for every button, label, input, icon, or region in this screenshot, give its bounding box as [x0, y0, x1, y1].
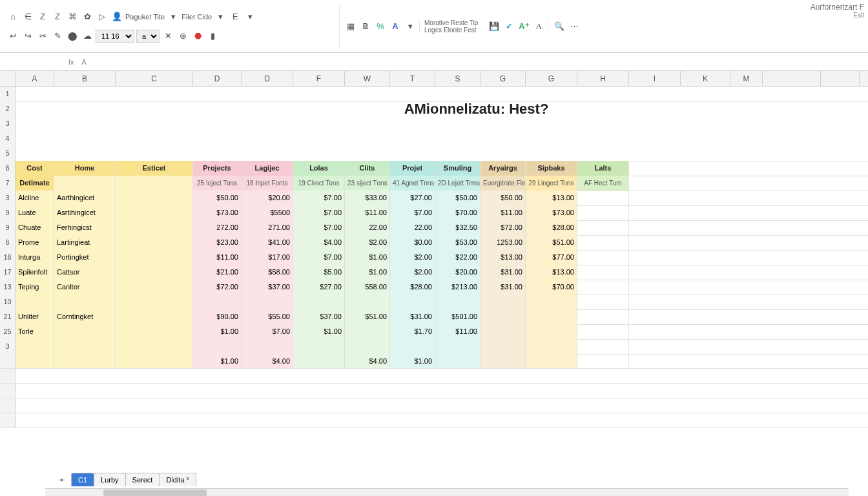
row-number[interactable]: 3 — [0, 191, 16, 206]
row-number[interactable]: 3 — [0, 339, 16, 355]
sub-w[interactable]: 19 Clrect Tons — [293, 176, 345, 191]
cell-h[interactable]: $70.00 — [526, 280, 577, 295]
cell-g[interactable]: $20.00 — [435, 265, 480, 280]
sub-f[interactable]: 18 Inpet Fonts — [242, 176, 293, 191]
a3-icon[interactable]: A — [532, 20, 545, 33]
cell-s[interactable]: $7.00 — [390, 205, 435, 221]
cell-gh[interactable]: $13.00 — [480, 250, 526, 265]
cell-s[interactable]: $1.00 — [390, 354, 435, 369]
row-number[interactable] — [0, 354, 16, 369]
hdr-lolas[interactable]: Lolas — [293, 161, 345, 176]
cell-s[interactable]: $31.00 — [390, 309, 435, 325]
cell-f[interactable]: $5500 — [242, 205, 293, 221]
cell-g[interactable] — [435, 294, 480, 310]
col-header[interactable]: G — [526, 71, 577, 87]
cell-b[interactable]: Lartingieat — [54, 235, 116, 251]
hdr-projects[interactable]: Projects — [193, 161, 242, 176]
cell-d[interactable]: $90.00 — [193, 309, 242, 325]
cell-gh[interactable] — [480, 324, 526, 340]
cell-h[interactable]: $73.00 — [526, 205, 577, 221]
cell-t[interactable] — [345, 324, 390, 340]
cell[interactable] — [16, 146, 868, 161]
cell-a[interactable]: Torle — [16, 324, 54, 340]
cell-b[interactable]: Cattsor — [54, 265, 116, 280]
cell[interactable] — [629, 280, 868, 295]
cell-d[interactable]: $72.00 — [193, 280, 242, 295]
cell[interactable] — [116, 265, 193, 280]
column-headers[interactable]: ABCDDFWTSGGHIKM — [0, 71, 868, 87]
cell-i[interactable] — [577, 220, 629, 236]
cell-b[interactable] — [54, 354, 116, 369]
cell-h[interactable]: $77.00 — [526, 250, 577, 265]
col-header[interactable] — [763, 71, 821, 87]
cell-d[interactable]: $11.00 — [193, 250, 242, 265]
cell-h[interactable] — [526, 309, 577, 325]
row-number[interactable]: 16 — [0, 250, 16, 265]
cell-s[interactable] — [390, 339, 435, 355]
cell-s[interactable]: $28.00 — [390, 280, 435, 295]
cell-gh[interactable]: 1253.00 — [480, 235, 526, 251]
cell[interactable] — [116, 250, 193, 265]
cell-t[interactable]: $33.00 — [345, 191, 390, 206]
cell-d[interactable]: $1.00 — [193, 324, 242, 340]
sub-h[interactable]: 29 Lingect Tons — [526, 176, 577, 191]
cell-w[interactable]: $1.00 — [293, 324, 345, 340]
cell-g[interactable]: $501.00 — [435, 309, 480, 325]
cell-a[interactable]: Luate — [16, 205, 54, 221]
link-icon[interactable]: ⌘ — [66, 10, 79, 23]
a2-icon[interactable]: A⁺ — [517, 20, 530, 33]
cell-f[interactable]: $7.00 — [242, 324, 293, 340]
cell-gh[interactable] — [480, 339, 526, 355]
cell[interactable] — [116, 220, 193, 236]
brush-icon[interactable]: ✎ — [51, 30, 64, 43]
cell-s[interactable]: $2.00 — [390, 265, 435, 280]
cell-h[interactable]: $13.00 — [526, 191, 577, 206]
cell-a[interactable]: Chuate — [16, 220, 54, 236]
cell-i[interactable] — [577, 191, 629, 206]
col-header[interactable] — [821, 71, 860, 87]
cell-d[interactable] — [193, 339, 242, 355]
row-number[interactable]: 5 — [0, 146, 16, 161]
cell-f[interactable]: $55.00 — [242, 309, 293, 325]
col-header[interactable]: M — [730, 71, 763, 87]
cell[interactable] — [16, 384, 868, 398]
label-filer[interactable]: Filer Cide — [181, 10, 212, 23]
cell-b[interactable]: Aarthingicet — [54, 191, 116, 206]
percent-icon[interactable]: % — [374, 20, 387, 33]
row-number[interactable]: 6 — [0, 161, 16, 176]
cell-w[interactable]: $5.00 — [293, 265, 345, 280]
cell-h[interactable] — [526, 339, 577, 355]
col-header[interactable] — [0, 71, 16, 87]
cell[interactable] — [629, 161, 868, 176]
cell[interactable] — [116, 324, 193, 340]
cell-t[interactable]: 22.00 — [345, 220, 390, 236]
cell[interactable] — [629, 309, 868, 325]
cell-h[interactable] — [526, 294, 577, 310]
row-number[interactable]: 21 — [0, 309, 16, 325]
hdr-esticet[interactable]: Esticet — [116, 161, 193, 176]
hdr-aryairgs[interactable]: Aryairgs — [480, 161, 526, 176]
cell[interactable] — [54, 176, 116, 191]
cell[interactable] — [16, 87, 868, 102]
cell[interactable] — [629, 176, 868, 191]
col-header[interactable]: G — [480, 71, 526, 87]
cell-g[interactable]: $53.00 — [435, 235, 480, 251]
cell-t[interactable]: $1.00 — [345, 265, 390, 280]
cell[interactable] — [629, 324, 868, 340]
cell[interactable] — [629, 191, 868, 206]
cell[interactable] — [116, 235, 193, 251]
cell-d[interactable] — [193, 294, 242, 310]
cell[interactable] — [629, 220, 868, 236]
cell-i[interactable] — [577, 280, 629, 295]
cell-w[interactable] — [293, 294, 345, 310]
sub-gh[interactable]: Euorgitrate Flent — [480, 176, 526, 191]
cell-h[interactable] — [526, 324, 577, 340]
row-number[interactable] — [0, 369, 16, 384]
sub-detimate[interactable]: Detimate — [16, 176, 54, 191]
cell-a[interactable] — [16, 354, 54, 369]
cell-b[interactable]: Asrtihingicet — [54, 205, 116, 221]
cell-f[interactable]: $20.00 — [242, 191, 293, 206]
cell-g[interactable]: $213.00 — [435, 280, 480, 295]
cell-b[interactable]: Portingket — [54, 250, 116, 265]
bird-icon[interactable]: ✔ — [502, 20, 515, 33]
